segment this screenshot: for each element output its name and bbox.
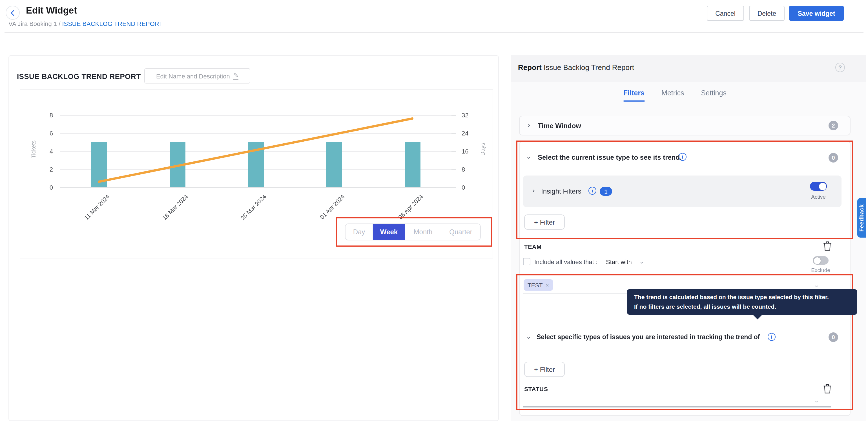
exclude-toggle[interactable] bbox=[813, 256, 829, 265]
add-filter-button[interactable]: + Filter bbox=[524, 362, 565, 377]
chevron-down-icon[interactable]: › bbox=[525, 336, 533, 339]
time-window-label: Time Window bbox=[538, 122, 581, 130]
tooltip-line2: If no filters are selected, all issues w… bbox=[634, 302, 850, 311]
include-all-checkbox[interactable] bbox=[523, 258, 530, 265]
granularity-day[interactable]: Day bbox=[345, 224, 373, 240]
breadcrumb-base: VA Jira Booking 1 bbox=[8, 20, 57, 27]
granularity-month[interactable]: Month bbox=[405, 224, 441, 240]
specific-types-count-badge: 0 bbox=[829, 332, 838, 342]
granularity-week[interactable]: Week bbox=[373, 224, 405, 240]
chevron-right-icon[interactable]: › bbox=[532, 187, 535, 194]
trash-icon[interactable] bbox=[823, 384, 832, 394]
breadcrumb: VA Jira Booking 1 / ISSUE BACKLOG TREND … bbox=[8, 20, 163, 27]
pencil-icon: ✎ bbox=[234, 72, 239, 80]
help-icon[interactable]: ? bbox=[835, 63, 845, 72]
panel-tabs: FiltersMetricsSettings bbox=[623, 89, 726, 102]
status-input-underline[interactable] bbox=[523, 406, 831, 408]
current-issue-type-count-badge: 0 bbox=[829, 153, 838, 163]
trend-tooltip: The trend is calculated based on the iss… bbox=[627, 289, 857, 315]
chevron-right-icon[interactable]: › bbox=[528, 121, 530, 129]
tab-metrics[interactable]: Metrics bbox=[661, 89, 684, 102]
chevron-down-icon[interactable]: › bbox=[638, 261, 645, 264]
insight-filters-label: Insight Filters bbox=[541, 187, 581, 195]
trash-icon[interactable] bbox=[823, 241, 832, 251]
breadcrumb-link[interactable]: ISSUE BACKLOG TREND REPORT bbox=[62, 20, 163, 27]
info-icon[interactable]: i bbox=[768, 333, 776, 341]
chevron-down-icon[interactable]: › bbox=[813, 400, 820, 403]
time-window-count-badge: 2 bbox=[829, 121, 838, 130]
report-panel-title: Report Issue Backlog Trend Report bbox=[518, 63, 634, 72]
save-widget-button[interactable]: Save widget bbox=[789, 6, 844, 21]
operator-select[interactable]: Start with bbox=[606, 258, 632, 265]
info-icon[interactable]: i bbox=[679, 153, 686, 161]
granularity-quarter[interactable]: Quarter bbox=[441, 224, 480, 240]
cancel-button[interactable]: Cancel bbox=[707, 6, 744, 21]
chip-remove-icon[interactable]: × bbox=[546, 282, 549, 288]
exclude-toggle-label: Exclude bbox=[808, 267, 833, 273]
team-filter-label: TEAM bbox=[524, 243, 541, 250]
chevron-down-icon[interactable]: › bbox=[813, 285, 820, 288]
include-all-label: Include all values that : bbox=[534, 258, 597, 265]
add-filter-button[interactable]: + Filter bbox=[524, 215, 565, 230]
insight-filters-active-toggle[interactable] bbox=[810, 182, 827, 191]
tab-settings[interactable]: Settings bbox=[701, 89, 726, 102]
current-issue-type-label: Select the current issue type to see its… bbox=[538, 153, 682, 161]
info-icon[interactable]: i bbox=[588, 187, 596, 195]
arrow-left-icon bbox=[9, 9, 16, 16]
page-title: Edit Widget bbox=[26, 5, 77, 16]
widget-title: ISSUE BACKLOG TREND REPORT bbox=[17, 72, 141, 81]
chevron-down-icon[interactable]: › bbox=[525, 156, 533, 159]
back-button[interactable] bbox=[6, 6, 20, 20]
granularity-toggle: DayWeekMonthQuarter bbox=[345, 223, 481, 241]
tab-filters[interactable]: Filters bbox=[623, 89, 645, 102]
tooltip-line1: The trend is calculated based on the iss… bbox=[634, 292, 850, 302]
feedback-tab[interactable]: Feedback bbox=[857, 198, 866, 237]
header-divider bbox=[4, 32, 864, 33]
right-edge-strip bbox=[866, 55, 868, 421]
insight-filters-count-badge: 1 bbox=[600, 187, 612, 196]
delete-button[interactable]: Delete bbox=[749, 6, 784, 21]
status-filter-label: STATUS bbox=[524, 386, 548, 392]
team-value-chip: TEST× bbox=[524, 279, 553, 291]
specific-types-label: Select specific types of issues you are … bbox=[536, 334, 760, 340]
active-toggle-label: Active bbox=[810, 194, 827, 200]
edit-name-button[interactable]: Edit Name and Description ✎ bbox=[144, 68, 250, 84]
